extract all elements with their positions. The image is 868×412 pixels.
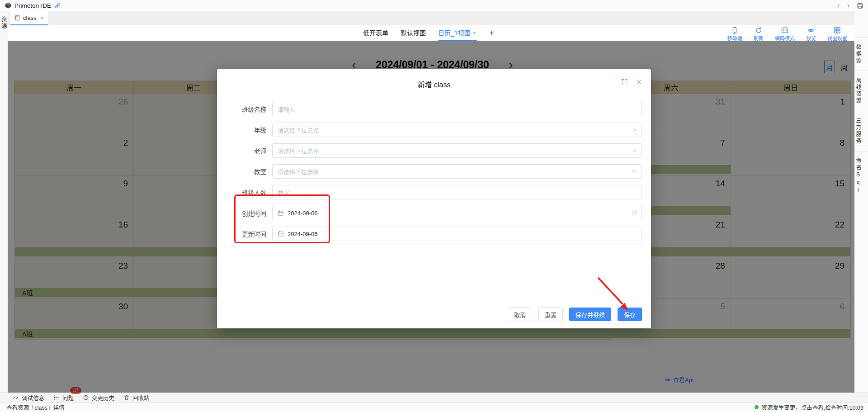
class-name-input[interactable]: 请输入 — [272, 102, 642, 116]
grid-icon — [834, 27, 841, 34]
select-placeholder: 请选择下拉选择 — [278, 126, 319, 134]
save-icon[interactable] — [857, 2, 863, 9]
preview-icon — [807, 27, 815, 34]
bottombar-label: 调试信息 — [22, 393, 44, 402]
fullscreen-icon[interactable] — [621, 78, 628, 85]
tab-label: class — [23, 14, 37, 21]
dialog-form: 班级名称请输入年级请选择下拉选择老师请选择下拉选择教室请选择下拉选择班级人数数字… — [217, 102, 651, 241]
field-label: 班级人数 — [217, 188, 272, 197]
input-placeholder: 请输入 — [278, 105, 295, 114]
view-toolbar: 移动端刷新编码模式预览视图设置 — [727, 27, 847, 42]
right-panel-item[interactable]: 三方服务 — [854, 111, 868, 152]
toolbar-action-code[interactable]: 编码模式 — [775, 27, 795, 42]
chevron-down-icon — [631, 147, 637, 154]
document-tab-bar: class × — [8, 11, 854, 25]
toolbar-action-mobile[interactable]: 移动端 — [727, 27, 742, 42]
right-panel-item[interactable]: 数据源 — [854, 37, 868, 71]
left-sidebar: 资源 — [0, 11, 8, 393]
toolbar-action-refresh[interactable]: 刷新 — [751, 27, 766, 42]
field-label: 班级名称 — [217, 104, 272, 114]
view-tab-label: 日历_1视图 — [438, 28, 471, 37]
view-tabs: 低开表单默认视图日历_1视图+ — [363, 25, 494, 41]
calendar-icon — [278, 231, 284, 237]
bottombar-label: 变更历史 — [92, 393, 114, 402]
dialog-title: 新增 class — [217, 69, 651, 90]
right-panel-item[interactable]: 离线资源 — [854, 71, 868, 111]
view-bar: 低开表单默认视图日历_1视图+ 移动端刷新编码模式预览视图设置 — [8, 25, 854, 41]
list-icon — [53, 394, 60, 401]
new-class-dialog: 新增 class 班级名称请输入年级请选择下拉选择老师请选择下拉选择教室请选择下… — [217, 69, 651, 328]
trash-icon — [123, 394, 130, 401]
toolbar-action-grid[interactable]: 视图设置 — [827, 27, 847, 42]
select-placeholder: 请选择下拉选择 — [278, 147, 319, 155]
add-view-button[interactable]: + — [490, 28, 494, 38]
bottombar-label: 回收站 — [132, 393, 150, 402]
form-row-class-size: 班级人数数字 — [217, 185, 642, 199]
view-tab-label: 低开表单 — [363, 28, 388, 37]
classroom-select[interactable]: 请选择下拉选择 — [272, 164, 642, 179]
bottombar-debug-info[interactable]: 调试信息 — [13, 393, 44, 402]
mobile-icon — [731, 27, 738, 34]
chevron-down-icon — [631, 168, 637, 175]
field-label: 创建时间 — [217, 208, 272, 218]
form-row-grade: 年级请选择下拉选择 — [217, 123, 642, 137]
status-right-text: 资源发生变更，点击查看,检查时间:10:09 — [761, 403, 863, 412]
close-tab-icon[interactable]: × — [40, 14, 44, 21]
field-label: 年级 — [217, 125, 272, 134]
right-panel-item[interactable]: 命名Sql — [854, 152, 868, 201]
code-icon — [781, 27, 788, 34]
status-left-text: 查看资源「class」详情 — [6, 403, 64, 412]
forward-arrow-icon[interactable]: › — [847, 2, 849, 9]
field-label: 更新时间 — [217, 229, 272, 238]
form-row-teacher: 老师请选择下拉选择 — [217, 143, 642, 158]
reset-button[interactable]: 重置 — [538, 308, 563, 321]
chevron-down-icon — [631, 127, 637, 133]
dialog-footer: 取消重置保存并继续保存 — [217, 300, 651, 328]
class-size-input[interactable]: 数字 — [272, 185, 642, 199]
right-sidebar: 数据源离线资源三方服务命名Sql — [854, 11, 868, 393]
chevron-down-icon — [472, 30, 477, 36]
title-bar: Primeton-IDE ‹ › — [0, 0, 868, 11]
bottombar-problems[interactable]: 问题37 — [53, 393, 74, 402]
clock-icon[interactable] — [631, 210, 637, 216]
sidebar-item-resources[interactable]: 资源 — [0, 16, 8, 30]
form-row-class-name: 班级名称请输入 — [217, 102, 642, 116]
bottombar-recycle-bin[interactable]: 回收站 — [123, 393, 150, 402]
create-time-input[interactable]: 2024-09-06 — [272, 206, 642, 220]
toolbar-action-preview[interactable]: 预览 — [803, 27, 819, 42]
resource-change-notice[interactable]: 资源发生变更，点击查看,检查时间:10:09 — [755, 403, 863, 412]
view-tab-2[interactable]: 默认视图 — [401, 25, 426, 41]
field-label: 教室 — [217, 167, 272, 176]
debug-icon — [13, 394, 19, 401]
bottom-bar: 调试信息问题37变更历史回收站 — [0, 393, 868, 402]
input-placeholder: 数字 — [278, 188, 289, 197]
tab-class[interactable]: class × — [10, 11, 48, 25]
date-value: 2024-09-06 — [288, 210, 318, 217]
form-row-create-time: 创建时间2024-09-06 — [217, 206, 642, 220]
field-label: 老师 — [217, 146, 272, 155]
view-tab-1[interactable]: 低开表单 — [363, 25, 388, 41]
teacher-select[interactable]: 请选择下拉选择 — [272, 143, 642, 158]
document-icon — [14, 15, 20, 21]
history-icon — [83, 394, 89, 401]
app-logo — [5, 2, 12, 9]
close-icon[interactable] — [636, 79, 642, 85]
app-title: Primeton-IDE — [14, 2, 51, 9]
form-row-update-time: 更新时间2024-09-06 — [217, 227, 642, 241]
calendar-icon — [278, 210, 284, 216]
view-tab-label: 默认视图 — [401, 28, 426, 37]
back-arrow-icon[interactable]: ‹ — [837, 2, 840, 9]
refresh-icon — [755, 27, 762, 34]
link-icon[interactable] — [54, 2, 61, 9]
update-time-input[interactable]: 2024-09-06 — [272, 227, 642, 241]
form-row-classroom: 教室请选择下拉选择 — [217, 164, 642, 179]
grade-select[interactable]: 请选择下拉选择 — [272, 123, 642, 137]
cancel-button[interactable]: 取消 — [508, 308, 532, 321]
save-button[interactable]: 保存 — [618, 308, 642, 321]
date-value: 2024-09-06 — [288, 231, 318, 237]
select-placeholder: 请选择下拉选择 — [278, 167, 319, 176]
save-continue-button[interactable]: 保存并继续 — [569, 308, 611, 321]
view-tab-3[interactable]: 日历_1视图 — [438, 25, 477, 41]
status-dot-icon — [755, 405, 759, 409]
bottombar-change-history[interactable]: 变更历史 — [83, 393, 114, 402]
